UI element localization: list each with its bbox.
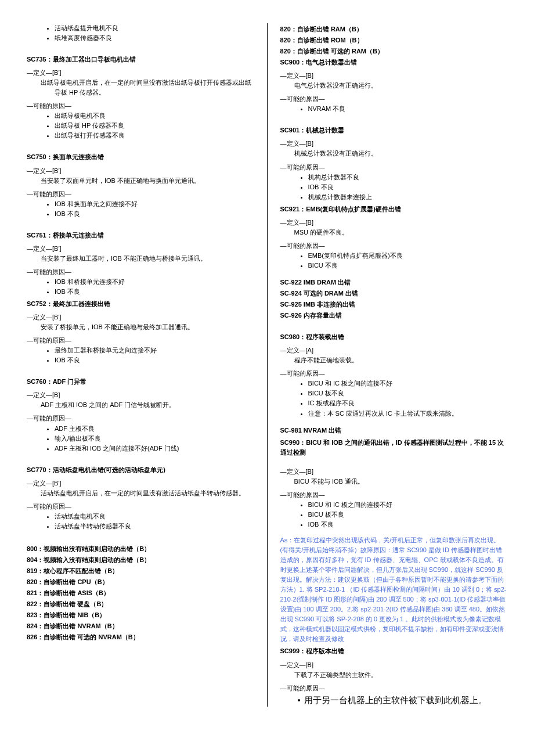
cause-label: —可能的原因— [280,369,508,379]
sc980-causes: BICU 和 IC 板之间的连接不好 BICU 板不良 IC 板或程序不良 注意… [308,379,508,418]
code-line: 822：自诊断出错 硬盘（B） [27,599,254,609]
def-text: BICU 不能与 IOB 通讯。 [280,477,508,487]
def-label: —定义—[B] [280,660,508,670]
def-text: 机械总计数器没有正确运行。 [280,149,508,159]
code-line: SC-926 内存容量出错 [280,311,508,321]
sc750-causes: IOB 和换面单元之间连接不好 IOB 不良 [55,199,254,219]
list-item: 出纸导板电机不良 [55,111,254,121]
cause-label: —可能的原因— [280,241,508,251]
def-text: 当安装了双面单元时，IOB 不能正确地与换面单元通讯。 [27,176,254,186]
sc901-causes: 机构总计数器不良 IOB 不良 机械总计数器未连接上 [308,172,508,202]
cause-label: —可能的原因— [27,267,254,277]
sc990-causes: BICU 和 IC 板之间的连接不好 BICU 板不良 IOB 不良 [308,500,508,530]
def-text: 出纸导板电机开启后，在一定的时间里没有激活出纸导板打开传感器或出纸导板 HP 传… [41,78,254,98]
list-item: BICU 板不良 [308,510,508,520]
cause-label: —可能的原因— [27,413,254,423]
list-item: NVRAM 不良 [308,104,508,114]
def-text: 电气总计数器没有正确运行。 [280,81,508,91]
sc770-causes: 活动纸盘电机不良 活动纸盘半转动传感器不良 [55,512,254,531]
sc735-causes: 出纸导板电机不良 出纸导板 HP 传感器不良 出纸导板打开传感器不良 [55,111,254,141]
list-item: IOB 不良 [55,355,254,365]
def-label: —定义—[B] [280,139,508,149]
def-label: —定义—[B] [280,218,508,228]
sc760-causes: ADF 主板不良 输入/输出板不良 ADF 主板和 IOB 之间的连接不好(AD… [55,424,254,453]
def-text: MSU 的硬件不良。 [280,228,508,237]
list-item: EMB(复印机特点扩燕尾服器)不良 [308,251,508,261]
sc901-head: SC901：机械总计数器 [280,125,508,135]
list-item: BICU 不良 [308,261,508,271]
sc990-head: SC990：BICU 和 IOB 之间的通讯出错，ID 传感器样图测试过程中，不… [280,438,508,458]
cause-label: —可能的原因— [27,502,254,512]
def-label: —定义—[B'] [27,478,254,488]
code-line: 823：自诊断出错 NIB（B） [27,610,254,620]
def-label: —定义—[A] [280,345,508,355]
sc752-causes: 最终加工器和桥接单元之间连接不好 IOB 不良 [55,345,254,365]
list-item: 出纸导板打开传感器不良 [55,131,254,141]
code-line: SC-924 可选的 DRAM 出错 [280,289,508,298]
top-820-block: 820：自诊断出错 RAM（B） 820：自诊断出错 ROM（B） 820：自诊… [280,24,508,67]
cause-label: —可能的原因— [280,94,508,104]
list-item: ADF 主板和 IOB 之间的连接不好(ADF 门线) [55,444,254,453]
list-item: 注意：本 SC 应通过再次从 IC 卡上尝试下载来清除。 [308,409,508,419]
list-item: 活动纸盘半转动传感器不良 [55,521,254,531]
def-label: —定义—[B'] [27,166,254,176]
sc751-causes: IOB 和桥接单元连接不好 IOB 不良 [55,277,254,297]
code-line: 820：自诊断出错 CPU（B） [27,577,254,587]
def-label: —定义—[B'] [27,244,254,254]
left-column: 活动纸盘提升电机不良 纸堆高度传感器不良 SC735：最终加工器出口导板电机出错… [14,23,268,707]
code-line: SC-922 IMB DRAM 出错 [280,278,508,287]
sc751-head: SC751：桥接单元连接出错 [27,231,254,240]
sc760-head: SC760：ADF 门异常 [27,377,254,387]
list-item: BICU 和 IC 板之间的连接不好 [308,500,508,510]
list-item: 纸堆高度传感器不良 [55,33,254,43]
sc735-head: SC735：最终加工器出口导板电机出错 [27,55,254,64]
list-item: IOB 和换面单元之间连接不好 [55,199,254,209]
cause-label: —可能的原因— [280,163,508,172]
list-item: BICU 板不良 [308,388,508,398]
sc750-head: SC750：换面单元连接出错 [27,152,254,162]
list-item: 输入/输出板不良 [55,434,254,444]
sc999-cause-big: 用于另一台机器上的主软件被下载到此机器上。 [298,693,508,707]
code-line: 800：视频输出没有结束则启动的出错（B） [27,544,254,554]
code-line: 821：自诊断出错 ASIS（B） [27,588,254,598]
def-text: 当安装了最终加工器时，IOB 不能正确地与桥接单元通讯。 [27,254,254,264]
sc900-causes: NVRAM 不良 [308,104,508,114]
def-label: —定义—[B] [27,390,254,400]
def-text: 活动纸盘电机开启后，在一定的时间里没有激活活动纸盘半转动传感器。 [27,488,254,498]
list-item: 活动纸盘提升电机不良 [55,23,254,33]
cause-label: —可能的原因— [27,336,254,345]
list-item: 活动纸盘电机不良 [55,512,254,521]
page: 活动纸盘提升电机不良 纸堆高度传感器不良 SC735：最终加工器出口导板电机出错… [0,0,534,718]
def-text: 程序不能正确地装载。 [280,355,508,365]
sc770-head: SC770：活动纸盘电机出错(可选的活动纸盘单元) [27,465,254,475]
list-item: IOB 不良 [308,182,508,192]
cause-label: —可能的原因— [27,101,254,111]
def-label: —定义—[B] [280,71,508,81]
code-line: 826：自诊断出错 可选的 NVRAM（B） [27,632,254,642]
list-item: BICU 和 IC 板之间的连接不好 [308,379,508,388]
code-line: 820：自诊断出错 ROM（B） [280,35,508,45]
code-line: 824：自诊断出错 NVRAM（B） [27,621,254,631]
right-column: 820：自诊断出错 RAM（B） 820：自诊断出错 ROM（B） 820：自诊… [268,23,521,707]
cause-label: —可能的原因— [27,189,254,199]
code-line: SC-925 IMB 非连接的出错 [280,300,508,309]
codes-800-block: 800：视频输出没有结束则启动的出错（B） 804：视频输入没有结束则启动的出错… [27,544,254,642]
list-item: IOB 不良 [55,209,254,219]
def-label: —定义—[B] [280,467,508,477]
code-line: 820：自诊断出错 RAM（B） [280,24,508,34]
sc921-head: SC921：EMB(复印机特点扩展器)硬件出错 [280,204,508,214]
sc922-block: SC-922 IMB DRAM 出错 SC-924 可选的 DRAM 出错 SC… [280,278,508,321]
def-text: 下载了不正确类型的主软件。 [280,670,508,680]
sc921-causes: EMB(复印机特点扩燕尾服器)不良 BICU 不良 [308,251,508,271]
def-label: —定义—[B'] [27,68,254,78]
list-item: IOB 和桥接单元连接不好 [55,277,254,287]
sc981-head: SC-981 NVRAM 出错 [280,426,508,435]
code-line: SC900：电气总计数器出错 [280,57,508,67]
list-item: ADF 主板不良 [55,424,254,434]
sc999-head: SC999：程序版本出错 [280,646,508,656]
top-bullets: 活动纸盘提升电机不良 纸堆高度传感器不良 [55,23,254,43]
def-text: ADF 主板和 IOB 之间的 ADF 门信号线被断开。 [27,400,254,410]
list-item: 出纸导板 HP 传感器不良 [55,121,254,131]
list-item: IOB 不良 [55,287,254,297]
sc752-head: SC752：最终加工器连接出错 [27,299,254,309]
